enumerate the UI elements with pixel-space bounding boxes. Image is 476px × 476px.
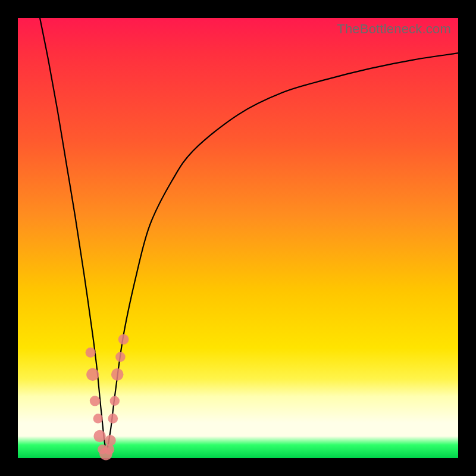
highlight-dot bbox=[93, 430, 105, 442]
highlight-dot bbox=[93, 414, 103, 423]
highlight-dot bbox=[111, 368, 124, 381]
highlight-dot bbox=[115, 352, 126, 362]
highlight-dot bbox=[110, 396, 120, 406]
chart-frame: TheBottleneck.com bbox=[0, 0, 476, 476]
highlight-dot bbox=[86, 347, 96, 358]
highlight-dot bbox=[105, 435, 116, 446]
chart-svg bbox=[18, 18, 458, 458]
dip-cluster-dots bbox=[86, 334, 129, 460]
highlight-dot bbox=[118, 334, 129, 345]
highlight-dot bbox=[108, 414, 118, 424]
plot-area: TheBottleneck.com bbox=[18, 18, 458, 458]
highlight-dot bbox=[86, 368, 99, 381]
bottleneck-curve bbox=[40, 18, 458, 450]
highlight-dot bbox=[90, 396, 100, 406]
